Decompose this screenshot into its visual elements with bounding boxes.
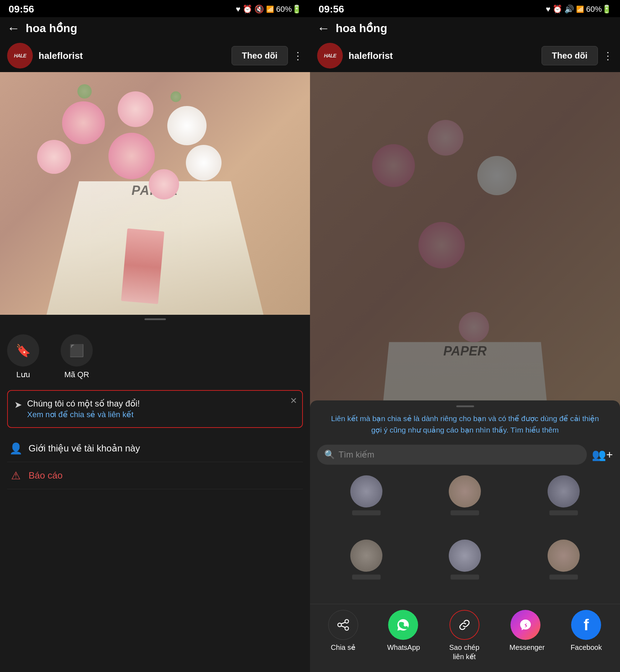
warning-icon: ⚠ xyxy=(9,469,23,482)
share-search-box[interactable]: 🔍 Tìm kiếm xyxy=(317,445,587,465)
status-bar-left: 09:56 ♥ ⏰ 🔇 📶 60%🔋 xyxy=(0,0,310,17)
flower-white-2 xyxy=(186,145,222,181)
contact-avatar-5 xyxy=(449,540,481,572)
contact-avatar-2 xyxy=(449,475,481,507)
svg-point-2 xyxy=(338,623,341,627)
save-action[interactable]: 🔖 Lưu xyxy=(7,334,39,379)
right-phone-panel: 09:56 ♥ ⏰ 🔊 📶 60%🔋 ← hoa hồng HALE halef… xyxy=(310,0,620,672)
post-image-left: PAPER xyxy=(0,72,310,315)
share-search-row: 🔍 Tìm kiếm 👥+ xyxy=(310,441,620,468)
share-app-share[interactable]: Chia sẻ xyxy=(328,610,358,652)
top-bar-right: ← hoa hồng xyxy=(310,17,620,39)
contact-item-3[interactable] xyxy=(518,475,609,532)
contact-name-1 xyxy=(352,510,381,515)
follow-button-left[interactable]: Theo dõi xyxy=(232,46,288,65)
save-label: Lưu xyxy=(16,370,30,379)
share-handle[interactable] xyxy=(310,400,620,411)
ribbon xyxy=(121,228,164,304)
share-apps-row: Chia sẻ WhatsApp xyxy=(310,604,620,665)
svg-point-0 xyxy=(345,620,349,623)
add-people-icon[interactable]: 👥+ xyxy=(592,448,613,461)
contact-item-5[interactable] xyxy=(419,540,510,597)
share-app-messenger[interactable]: Messenger xyxy=(509,610,542,652)
profile-row-right: HALE haleflorist Theo dõi ⋮ xyxy=(310,39,620,72)
user-circle-icon: 👤 xyxy=(9,442,23,455)
svg-point-1 xyxy=(345,627,349,630)
status-time-left: 09:56 xyxy=(9,4,34,15)
contact-name-4 xyxy=(352,575,381,580)
facebook-icon-circle: f xyxy=(571,610,601,640)
contact-name-5 xyxy=(451,575,479,580)
share-app-share-label: Chia sẻ xyxy=(331,643,355,652)
flower-white-1 xyxy=(167,106,207,145)
username-left[interactable]: haleflorist xyxy=(39,50,232,61)
avatar-left[interactable]: HALE xyxy=(7,43,33,69)
share-app-copy-link[interactable]: Sao chép liên kết xyxy=(448,610,481,661)
share-app-facebook[interactable]: f Facebook xyxy=(570,610,602,652)
back-button-right[interactable]: ← xyxy=(317,22,330,35)
contact-name-6 xyxy=(549,575,578,580)
signal-icon: 📶 xyxy=(266,5,274,13)
flower-pink-5 xyxy=(149,169,179,199)
share-app-whatsapp[interactable]: WhatsApp xyxy=(387,610,419,652)
save-icon-circle[interactable]: 🔖 xyxy=(7,334,39,367)
contact-item-1[interactable] xyxy=(321,475,412,532)
follow-button-right[interactable]: Theo dõi xyxy=(542,46,598,65)
qr-action[interactable]: ⬛ Mã QR xyxy=(61,334,93,379)
contact-item-2[interactable] xyxy=(419,475,510,532)
battery-icon: 60%🔋 xyxy=(276,5,301,14)
qr-label: Mã QR xyxy=(64,370,89,379)
flower-pink-3 xyxy=(108,133,155,179)
battery-icon-r: 60%🔋 xyxy=(586,5,611,14)
send-icon: ➤ xyxy=(14,399,22,410)
contact-avatar-6 xyxy=(548,540,580,572)
profile-row-left: HALE haleflorist Theo dõi ⋮ xyxy=(0,39,310,72)
contact-avatar-3 xyxy=(548,475,580,507)
top-bar-left: ← hoa hồng xyxy=(0,17,310,39)
alarm-icon-r: ⏰ xyxy=(553,5,562,14)
heart-icon-r: ♥ xyxy=(546,5,550,14)
menu-item-introduce-text: Giới thiệu về tài khoản này xyxy=(29,443,140,454)
status-bar-right: 09:56 ♥ ⏰ 🔊 📶 60%🔋 xyxy=(310,0,620,17)
heart-icon: ♥ xyxy=(236,5,240,14)
more-button-left[interactable]: ⋮ xyxy=(293,50,303,62)
contacts-grid xyxy=(310,468,620,604)
notice-close-button[interactable]: ✕ xyxy=(290,396,297,406)
drag-handle-bar-left xyxy=(144,318,166,320)
share-app-whatsapp-label: WhatsApp xyxy=(387,643,419,652)
share-app-copy-label: Sao chép liên kết xyxy=(448,643,481,661)
contact-avatar-4 xyxy=(350,540,382,572)
wifi-icon-r: 📶 xyxy=(576,5,584,13)
flower-pink-1 xyxy=(62,101,105,144)
more-button-right[interactable]: ⋮ xyxy=(603,50,613,62)
menu-item-introduce[interactable]: 👤 Giới thiệu về tài khoản này xyxy=(7,435,303,462)
search-icon: 🔍 xyxy=(324,450,335,460)
status-time-right: 09:56 xyxy=(319,4,344,15)
contact-item-6[interactable] xyxy=(518,540,609,597)
action-icons-row: 🔖 Lưu ⬛ Mã QR xyxy=(7,324,303,383)
messenger-icon-circle xyxy=(510,610,540,640)
search-placeholder: Tìm kiếm xyxy=(339,450,374,460)
notice-box: ➤ Chúng tôi có một số thay đổi! Xem nơi … xyxy=(7,390,303,428)
flower-pink-4 xyxy=(37,140,71,174)
learn-more-link[interactable]: Tìm hiểu thêm xyxy=(510,426,559,434)
left-phone-panel: 09:56 ♥ ⏰ 🔇 📶 60%🔋 ← hoa hồng HALE halef… xyxy=(0,0,310,672)
share-icon-circle xyxy=(328,610,358,640)
notice-link[interactable]: Xem nơi để chia sẻ và liên kết xyxy=(27,410,296,419)
qr-icon-circle[interactable]: ⬛ xyxy=(61,334,93,367)
contact-name-3 xyxy=(549,510,578,515)
contact-name-2 xyxy=(451,510,479,515)
status-icons-left: ♥ ⏰ 🔇 📶 60%🔋 xyxy=(236,5,301,14)
share-app-facebook-label: Facebook xyxy=(570,643,602,652)
back-button-left[interactable]: ← xyxy=(7,22,20,35)
contact-item-4[interactable] xyxy=(321,540,412,597)
flower-green-1 xyxy=(77,84,92,98)
drag-handle-left[interactable] xyxy=(0,315,310,324)
flower-pink-2 xyxy=(118,91,153,127)
contact-avatar-1 xyxy=(350,475,382,507)
avatar-right[interactable]: HALE xyxy=(317,43,343,69)
mute-icon: 🔇 xyxy=(254,5,264,14)
share-privacy-note: Liên kết mà bạn chia sẻ là dành riêng ch… xyxy=(310,411,620,441)
menu-item-report[interactable]: ⚠ Báo cáo xyxy=(7,462,303,489)
username-right[interactable]: haleflorist xyxy=(349,50,542,61)
